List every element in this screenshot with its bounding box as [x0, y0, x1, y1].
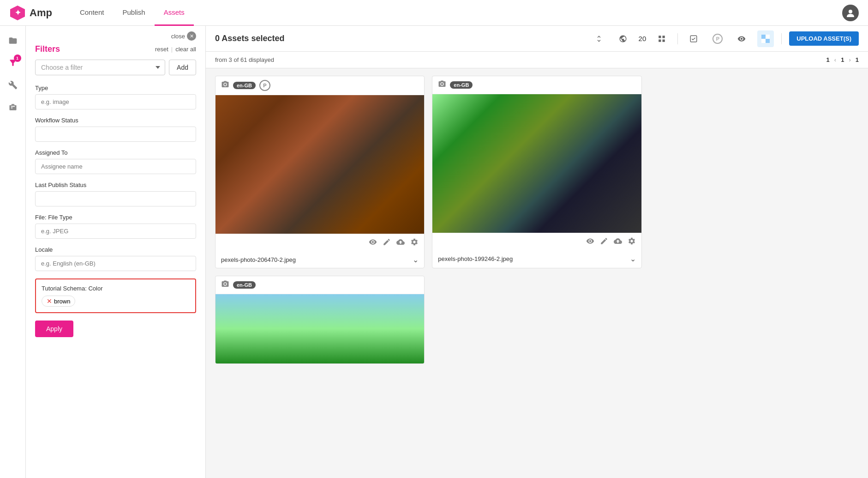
asset-card-header: en-GB P	[216, 76, 424, 95]
filter-input-locale[interactable]	[35, 256, 196, 271]
locale-badge-3: en-GB	[233, 281, 256, 289]
nav-assets[interactable]: Assets	[155, 0, 194, 26]
filter-label-locale: Locale	[35, 246, 196, 253]
asset-footer-2: pexels-photo-199246-2.jpeg ⌄	[432, 251, 641, 267]
filter-input-workflow[interactable]	[35, 127, 196, 142]
pagination: 1 ‹ 1 › 1	[826, 55, 859, 64]
filter-field-publish-status: Last Publish Status	[35, 182, 196, 206]
asset-filename-2: pexels-photo-199246-2.jpeg	[438, 255, 513, 262]
nav-publish[interactable]: Publish	[113, 0, 154, 26]
p-status-icon[interactable]: P	[709, 30, 726, 47]
preview-icon[interactable]	[733, 30, 750, 47]
locale-badge-1: en-GB	[233, 82, 256, 89]
sidebar-item-filter[interactable]: 1	[4, 54, 22, 72]
filter-field-file-type: File: File Type	[35, 214, 196, 239]
filter-panel: close ✕ Filters reset | clear all Choose…	[26, 26, 206, 478]
filters-title-row: Filters reset | clear all	[35, 44, 196, 54]
filter-badge: 1	[14, 54, 21, 62]
add-filter-button[interactable]: Add	[169, 60, 196, 75]
choose-filter-row: Choose a filter Add	[35, 60, 196, 75]
svg-rect-7	[761, 39, 766, 43]
toolbar-divider-1	[677, 33, 678, 44]
asset-edit-icon-1[interactable]	[383, 238, 391, 248]
asset-filename-1: pexels-photo-206470-2.jpeg	[221, 256, 296, 263]
asset-footer-1: pexels-photo-206470-2.jpeg ⌄	[216, 252, 424, 268]
upload-button[interactable]: UPLOAD ASSET(S)	[789, 31, 859, 46]
page-number-right: 1	[856, 56, 859, 63]
choose-filter-select[interactable]: Choose a filter	[35, 60, 165, 75]
asset-actions-1	[216, 234, 424, 252]
apply-button[interactable]: Apply	[35, 321, 73, 337]
asset-card: en-GB P	[215, 76, 425, 268]
filter-field-locale: Locale	[35, 246, 196, 271]
user-avatar[interactable]	[842, 5, 859, 21]
camera-icon-2	[438, 80, 446, 90]
select-all-icon[interactable]	[685, 30, 702, 47]
filter-field-assigned: Assigned To	[35, 149, 196, 174]
nav-content[interactable]: Content	[71, 0, 114, 26]
amp-logo-icon: ✦	[9, 5, 26, 21]
asset-image-3	[216, 294, 424, 363]
pattern-view-icon[interactable]	[757, 30, 774, 47]
filter-input-assigned[interactable]	[35, 159, 196, 174]
globe-icon[interactable]	[615, 30, 631, 47]
filter-label-publish-status: Last Publish Status	[35, 182, 196, 188]
view-count: 20	[639, 35, 647, 42]
filter-field-type: Type	[35, 85, 196, 109]
asset-image-2	[432, 94, 641, 233]
nav-right	[842, 5, 859, 21]
asset-card-2: en-GB	[432, 76, 641, 268]
asset-settings-icon-1[interactable]	[410, 238, 419, 248]
subtitle-bar: from 3 of 61 displayed 1 ‹ 1 › 1	[206, 52, 868, 68]
sort-icon[interactable]	[591, 30, 607, 47]
color-tag-brown: ✕ brown	[42, 296, 75, 307]
asset-preview-icon-1[interactable]	[369, 238, 377, 248]
p-badge-1: P	[259, 80, 270, 91]
color-tag-remove[interactable]: ✕	[47, 297, 52, 305]
close-button[interactable]: close ✕	[171, 31, 196, 41]
locale-badge-2: en-GB	[450, 81, 473, 89]
asset-edit-icon-2[interactable]	[600, 237, 608, 247]
svg-point-10	[224, 283, 227, 285]
svg-rect-6	[766, 35, 770, 39]
color-tag-value: brown	[54, 298, 70, 305]
asset-image-1	[216, 95, 424, 234]
clear-all-link[interactable]: clear all	[175, 46, 196, 53]
filter-label-file-type: File: File Type	[35, 214, 196, 221]
sidebar-item-box[interactable]	[4, 98, 22, 116]
filter-field-workflow: Workflow Status	[35, 117, 196, 142]
asset-chevron-1[interactable]: ⌄	[413, 255, 419, 264]
logo: ✦ Amp	[9, 5, 52, 21]
svg-point-2	[849, 10, 852, 13]
filter-input-type[interactable]	[35, 94, 196, 109]
asset-upload-icon-2[interactable]	[614, 237, 622, 247]
svg-rect-5	[766, 39, 770, 43]
filters-title: Filters	[35, 44, 60, 54]
filter-label-type: Type	[35, 85, 196, 91]
content-toolbar: 0 Assets selected 20	[206, 26, 868, 52]
close-circle-icon: ✕	[187, 31, 196, 41]
icon-sidebar: 1	[0, 26, 26, 478]
page-next-arrow[interactable]: ›	[846, 55, 853, 64]
pipe-separator: |	[171, 46, 173, 53]
sidebar-item-folder[interactable]	[4, 31, 22, 50]
sidebar-item-tools[interactable]	[4, 76, 22, 94]
close-label: close	[171, 33, 185, 40]
filter-label-workflow: Workflow Status	[35, 117, 196, 124]
asset-card-header-2: en-GB	[432, 76, 641, 94]
from-text: from 3 of 61 displayed	[215, 56, 274, 63]
page-prev-arrow[interactable]: ‹	[832, 55, 839, 64]
filter-input-file-type[interactable]	[35, 224, 196, 239]
filter-label-assigned: Assigned To	[35, 149, 196, 156]
asset-chevron-2[interactable]: ⌄	[630, 254, 636, 263]
asset-upload-icon-1[interactable]	[396, 238, 405, 248]
asset-settings-icon-2[interactable]	[628, 237, 636, 247]
main-content: 0 Assets selected 20	[206, 26, 868, 478]
main-layout: 1 close ✕ Filters reset | cl	[0, 26, 868, 478]
asset-preview-icon-2[interactable]	[586, 237, 594, 247]
grid-view-icon[interactable]	[653, 30, 670, 47]
reset-link[interactable]: reset	[155, 46, 168, 53]
camera-icon	[221, 80, 229, 91]
filter-input-publish-status[interactable]	[35, 191, 196, 206]
toolbar-divider-2	[781, 33, 782, 44]
